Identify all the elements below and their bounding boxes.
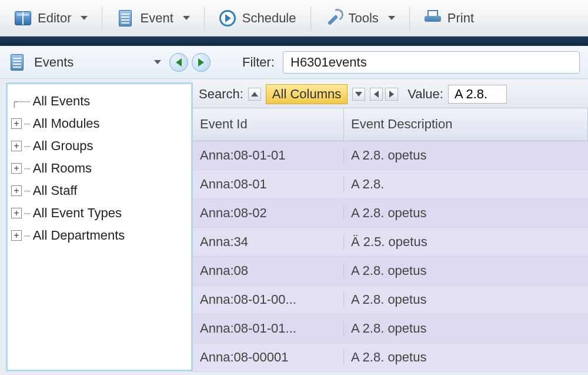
toolbar-separator (204, 6, 205, 30)
search-column-dropdown[interactable]: All Columns (266, 84, 348, 104)
schedule-button[interactable]: Schedule (211, 6, 305, 31)
toolbar-separator (102, 6, 102, 30)
toolbar-separator (409, 6, 410, 30)
filter-input[interactable] (283, 51, 580, 74)
event-label: Event (140, 11, 173, 26)
panel-header: Events Filter: (0, 46, 588, 79)
cell-event-desc: A 2.8. opetus (344, 148, 588, 163)
tree-item-label: All Rooms (33, 161, 92, 176)
schedule-label: Schedule (242, 11, 296, 26)
expand-icon[interactable]: + (11, 208, 22, 218)
cell-event-desc: A 2.8. opetus (344, 263, 588, 278)
chevron-down-icon (388, 16, 395, 20)
expand-icon[interactable]: + (11, 185, 22, 196)
main-panel: Search: All Columns Value: Event Id Even… (193, 80, 588, 375)
cell-event-desc: A 2.8. opetus (344, 292, 588, 307)
event-menu-button[interactable]: Event (108, 6, 198, 31)
print-button[interactable]: Print (416, 6, 482, 31)
tree-item-label: All Modules (33, 116, 100, 131)
tree-item-label: All Groups (33, 138, 93, 154)
value-label: Value: (407, 87, 443, 102)
cell-event-id: Anna:08-01-00... (193, 292, 344, 307)
table-row[interactable]: Anna:08-00001 A 2.8. opetus (193, 343, 588, 372)
tree-item-all-rooms[interactable]: + ┈ All Rooms (11, 157, 188, 180)
search-value-input[interactable] (448, 85, 507, 104)
filter-label: Filter: (242, 55, 275, 70)
title-bar-strip (0, 36, 588, 46)
tools-label: Tools (349, 11, 379, 26)
search-label: Search: (199, 87, 243, 102)
tools-menu-button[interactable]: Tools (317, 6, 403, 31)
tree-item-all-events[interactable]: ┌┈┈ All Events (11, 90, 188, 112)
table-row[interactable]: Anna:08-01-00... A 2.8. opetus (193, 286, 588, 314)
table-body: Anna:08-01-01 A 2.8. opetus Anna:08-01 A… (193, 141, 588, 372)
printer-icon (424, 9, 442, 27)
tree-item-label: All Events (33, 94, 91, 109)
editor-menu-button[interactable]: Editor (6, 6, 96, 31)
tree-item-label: All Staff (33, 183, 77, 198)
editor-label: Editor (38, 11, 71, 26)
tree-item-all-departments[interactable]: + ┈ All Departments (11, 224, 188, 247)
table-row[interactable]: Anna:08-01-01... A 2.8. opetus (193, 314, 588, 343)
navigation-tree: ┌┈┈ All Events + ┈ All Modules + ┈ All G… (6, 82, 193, 371)
cell-event-id: Anna:08-01-01 (193, 148, 344, 163)
table-row[interactable]: Anna:08-01 A 2.8. (193, 170, 588, 199)
play-icon (219, 9, 236, 27)
table-header: Event Id Event Description (193, 108, 588, 141)
toolbar-separator (310, 6, 311, 30)
table-row[interactable]: Anna:08-01-01 A 2.8. opetus (193, 141, 588, 170)
table-row[interactable]: Anna:34 Ä 2.5. opetus (193, 228, 588, 257)
expand-icon[interactable]: + (11, 230, 22, 241)
tree-item-all-modules[interactable]: + ┈ All Modules (11, 112, 188, 135)
chevron-down-icon (183, 16, 190, 20)
cell-event-id: Anna:34 (193, 234, 344, 250)
column-header-event-description[interactable]: Event Description (344, 108, 588, 141)
column-chip-label: All Columns (272, 87, 341, 101)
triangle-left-icon (374, 91, 379, 98)
table-row[interactable]: Anna:08 A 2.8. opetus (193, 257, 588, 286)
forward-button[interactable] (192, 53, 211, 72)
tree-connector: ┈ (24, 118, 31, 130)
cell-event-desc: A 2.8. (344, 177, 588, 192)
cell-event-id: Anna:08 (193, 263, 344, 278)
body-area: ┌┈┈ All Events + ┈ All Modules + ┈ All G… (0, 79, 588, 375)
tree-connector: ┈ (24, 162, 31, 175)
triangle-down-icon (355, 92, 362, 97)
sort-asc-button[interactable] (248, 88, 261, 101)
book-icon (14, 9, 32, 27)
tree-item-label: All Departments (33, 228, 125, 243)
table-row[interactable]: Anna:08-02 A 2.8. opetus (193, 199, 588, 228)
prev-match-button[interactable] (370, 88, 383, 101)
chevron-down-icon (154, 60, 161, 64)
tree-connector: ┌┈┈ (11, 95, 31, 108)
expand-icon[interactable]: + (11, 163, 22, 174)
document-icon (116, 9, 134, 27)
main-toolbar: Editor Event Schedule Tools Print (0, 0, 588, 36)
back-button[interactable] (169, 53, 188, 72)
search-nav (370, 88, 398, 101)
cell-event-desc: A 2.8. opetus (344, 350, 588, 365)
wrench-icon (325, 9, 343, 27)
panel-type-dropdown[interactable]: Events (8, 54, 161, 71)
cell-event-id: Anna:08-01-01... (193, 321, 344, 336)
cell-event-id: Anna:08-02 (193, 205, 344, 221)
cell-event-id: Anna:08-01 (193, 177, 344, 192)
cell-event-desc: Ä 2.5. opetus (344, 234, 588, 250)
cell-event-desc: A 2.8. opetus (344, 321, 588, 336)
history-nav (169, 53, 211, 72)
document-icon (8, 54, 26, 71)
print-label: Print (447, 11, 474, 26)
column-header-event-id[interactable]: Event Id (193, 108, 344, 141)
tree-connector: ┈ (24, 185, 31, 197)
tree-item-all-groups[interactable]: + ┈ All Groups (11, 135, 188, 157)
next-match-button[interactable] (385, 88, 398, 101)
tree-item-all-staff[interactable]: + ┈ All Staff (11, 180, 188, 202)
tree-item-all-event-types[interactable]: + ┈ All Event Types (11, 202, 188, 224)
tree-connector: ┈ (24, 230, 31, 242)
sort-desc-button[interactable] (352, 88, 365, 101)
tree-item-label: All Event Types (33, 205, 122, 221)
search-bar: Search: All Columns Value: (193, 80, 588, 108)
expand-icon[interactable]: + (11, 118, 22, 129)
expand-icon[interactable]: + (11, 141, 22, 151)
panel-label: Events (34, 55, 74, 70)
